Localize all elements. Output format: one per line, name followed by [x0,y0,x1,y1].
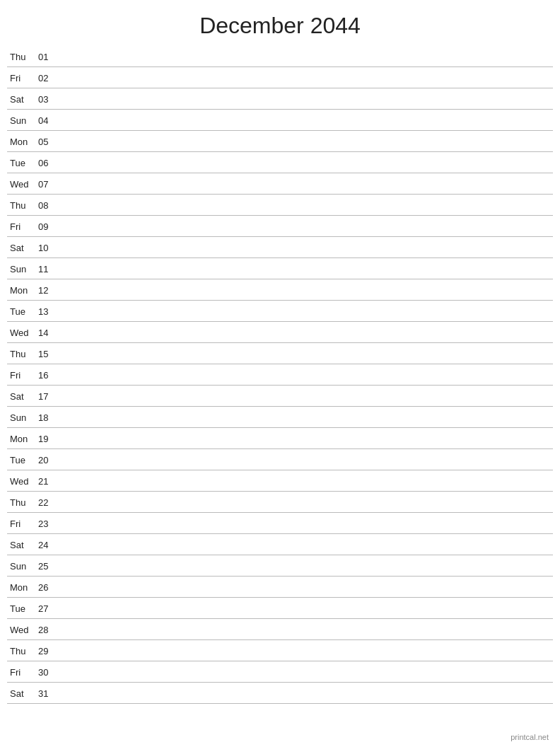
day-number: 06 [38,158,58,168]
day-name: Fri [7,370,38,381]
calendar-row: Sun11 [7,258,553,279]
day-number: 07 [38,179,58,190]
day-line [58,545,553,545]
day-name: Thu [7,646,38,656]
day-line [58,78,553,79]
day-number: 09 [38,221,58,232]
day-line [58,226,553,227]
calendar-row: Mon19 [7,428,553,449]
calendar-row: Thu08 [7,195,553,216]
day-name: Sun [7,264,38,274]
day-name: Thu [7,200,38,211]
page-title: December 2044 [0,0,560,46]
calendar-row: Tue27 [7,598,553,619]
day-name: Mon [7,285,38,296]
day-name: Sat [7,688,38,699]
calendar-row: Fri23 [7,513,553,534]
day-line [58,396,553,397]
calendar-row: Thu22 [7,492,553,513]
day-name: Tue [7,306,38,317]
calendar-row: Fri09 [7,216,553,237]
day-number: 17 [38,391,58,402]
day-line [58,523,553,524]
day-line [58,269,553,270]
day-name: Tue [7,158,38,168]
day-name: Sun [7,115,38,126]
day-number: 23 [38,519,58,529]
day-line [58,205,553,206]
day-number: 27 [38,603,58,614]
day-line [58,587,553,588]
calendar-row: Wed28 [7,619,553,640]
day-line [58,460,553,461]
day-name: Mon [7,137,38,147]
day-number: 28 [38,625,58,635]
calendar-row: Tue13 [7,301,553,322]
day-line [58,502,553,503]
day-line [58,693,553,694]
calendar-row: Sun18 [7,407,553,428]
day-number: 31 [38,688,58,699]
day-name: Tue [7,603,38,614]
day-number: 30 [38,667,58,678]
calendar-row: Wed14 [7,322,553,343]
calendar-row: Sat17 [7,386,553,407]
day-number: 04 [38,115,58,126]
calendar-row: Sat03 [7,88,553,110]
day-line [58,481,553,482]
day-line [58,417,553,418]
day-line [58,99,553,100]
day-number: 12 [38,285,58,296]
day-number: 22 [38,497,58,508]
day-name: Wed [7,328,38,338]
day-line [58,608,553,609]
calendar-row: Sat31 [7,683,553,704]
calendar-row: Fri16 [7,364,553,386]
calendar-row: Mon12 [7,279,553,301]
day-name: Thu [7,52,38,62]
day-name: Mon [7,434,38,444]
calendar-row: Sat10 [7,237,553,258]
day-line [58,120,553,121]
day-number: 08 [38,200,58,211]
day-number: 24 [38,540,58,550]
calendar-row: Fri30 [7,661,553,683]
day-name: Sat [7,391,38,402]
day-number: 13 [38,306,58,317]
footer-credit: printcal.net [511,733,549,741]
day-line [58,57,553,57]
day-name: Sun [7,412,38,423]
day-name: Sat [7,94,38,105]
day-line [58,439,553,439]
day-number: 19 [38,434,58,444]
day-name: Fri [7,667,38,678]
calendar-row: Thu15 [7,343,553,364]
calendar-row: Mon26 [7,577,553,598]
day-number: 15 [38,349,58,359]
day-line [58,311,553,312]
day-line [58,354,553,354]
day-line [58,141,553,142]
calendar-row: Wed07 [7,173,553,195]
day-name: Sat [7,243,38,253]
calendar-row: Fri02 [7,67,553,88]
calendar-row: Thu01 [7,46,553,67]
day-line [58,630,553,630]
calendar-row: Sun25 [7,555,553,577]
day-line [58,332,553,333]
calendar-list: Thu01Fri02Sat03Sun04Mon05Tue06Wed07Thu08… [0,46,560,704]
day-name: Thu [7,349,38,359]
day-name: Mon [7,582,38,593]
day-number: 05 [38,137,58,147]
day-number: 14 [38,328,58,338]
calendar-row: Mon05 [7,131,553,152]
day-name: Wed [7,625,38,635]
day-number: 20 [38,455,58,465]
day-number: 29 [38,646,58,656]
day-number: 03 [38,94,58,105]
day-line [58,248,553,248]
day-number: 16 [38,370,58,381]
day-name: Sun [7,561,38,572]
calendar-row: Thu29 [7,640,553,661]
day-name: Fri [7,221,38,232]
